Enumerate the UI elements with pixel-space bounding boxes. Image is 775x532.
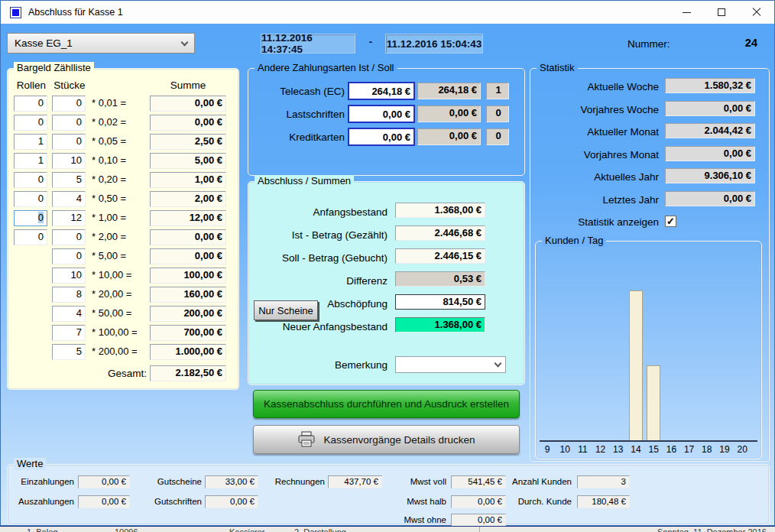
werte-label: Mwst halb: [375, 495, 446, 506]
kunden-tag-chart: Kunden / Tag 91011121314151617181920: [535, 241, 762, 459]
bargeld-row: 00* 0,02 =0,00 €: [8, 114, 238, 133]
statistik-label: Aktuelles Jahr: [530, 171, 659, 183]
summen-value: 1.368,00 €: [395, 203, 485, 218]
denomination-label: * 0,01 =: [92, 97, 153, 109]
ist-input[interactable]: 0,00 €: [348, 128, 415, 146]
bargeld-row: 04* 0,50 =2,00 €: [8, 190, 238, 209]
stuecke-input[interactable]: 0: [52, 134, 86, 150]
gesamt-row: Gesamt: 2.182,50 €: [8, 365, 238, 384]
ist-input[interactable]: 264,18 €: [348, 82, 415, 100]
statistik-row: Vorjahres Woche0,00 €: [530, 99, 769, 122]
werte-value: 33,00 €: [205, 475, 258, 488]
kasse-select-value: Kasse EG_1: [15, 37, 182, 49]
bargeld-panel: Bargeld Zählliste Rollen Stücke Summe 00…: [7, 68, 239, 390]
summen-value: 2.446,68 €: [395, 225, 485, 241]
stuecke-input[interactable]: 8: [52, 287, 86, 303]
stuecke-input[interactable]: 7: [52, 325, 86, 341]
zahlungsarten-panel: Andere Zahlungsarten Ist / Soll Telecash…: [248, 68, 525, 176]
denomination-label: * 200,00 =: [92, 345, 153, 357]
rollen-input[interactable]: 0: [14, 210, 47, 226]
zahlungsart-row: Lastschriften0,00 €0,00 €0: [248, 104, 524, 127]
stuecke-input[interactable]: 4: [52, 306, 86, 322]
minimize-button[interactable]: [669, 1, 704, 24]
bargeld-row: 110* 0,10 =5,00 €: [8, 152, 238, 171]
summe-value: 160,00 €: [150, 287, 226, 303]
rollen-input[interactable]: 1: [14, 134, 47, 150]
summe-value: 700,00 €: [150, 325, 226, 341]
statistik-row: Letztes Jahr0,00 €: [530, 190, 769, 212]
anzahl-value: 1: [486, 83, 509, 99]
denomination-label: * 0,10 =: [92, 154, 153, 166]
anzahl-value: 0: [486, 105, 509, 122]
underlying-status-date: Sonntag, 11. Dezember 2016: [657, 527, 767, 532]
werte-label: Durch. Kunde: [497, 495, 572, 506]
werte-value: 3: [577, 475, 630, 488]
stuecke-input[interactable]: 0: [52, 96, 86, 112]
col-header-summe: Summe: [150, 79, 226, 91]
rollen-input[interactable]: 1: [14, 153, 47, 169]
stuecke-input[interactable]: 4: [52, 191, 86, 207]
col-header-rollen: Rollen: [14, 79, 49, 91]
chart-x-tick: 10: [557, 444, 572, 455]
rollen-input[interactable]: 0: [14, 96, 47, 112]
summe-value: 5,00 €: [150, 153, 226, 169]
chart-x-tick: 15: [646, 444, 661, 455]
denomination-label: * 10,00 =: [92, 269, 153, 281]
denomination-label: * 5,00 =: [92, 250, 153, 261]
summen-value: 1.368,00 €: [395, 317, 485, 332]
bargeld-row: 4* 50,00 =200,00 €: [8, 305, 238, 324]
werte-value: 0,00 €: [451, 514, 506, 527]
kasse-select[interactable]: Kasse EG_1: [7, 33, 195, 54]
summe-value: 0,00 €: [150, 248, 226, 264]
dialog-window: Abschluss für Kasse 1 Kasse EG_1 11.12.2…: [0, 0, 775, 526]
statistik-anzeigen-row: Statistik anzeigen ✓: [530, 214, 769, 231]
details-drucken-button[interactable]: Kassenvorgänge Details drucken: [253, 425, 520, 454]
chart-x-tick: 11: [575, 444, 590, 455]
stuecke-input[interactable]: 5: [52, 344, 86, 360]
rollen-input[interactable]: 0: [14, 172, 47, 188]
stuecke-input[interactable]: 10: [52, 153, 86, 169]
nummer-value: 24: [712, 37, 757, 49]
bargeld-row: 5* 200,00 =1.000,00 €: [8, 343, 238, 362]
werte-value: 0,00 €: [205, 495, 258, 508]
werte-panel-title: Werte: [14, 458, 46, 470]
ist-input[interactable]: 0,00 €: [348, 105, 415, 123]
statistik-label: Vorjahres Monat: [530, 149, 659, 161]
stuecke-input[interactable]: 10: [52, 268, 86, 284]
stuecke-input[interactable]: 0: [52, 229, 86, 245]
stuecke-input[interactable]: 0: [52, 248, 86, 264]
kassenabschluss-button[interactable]: Kassenabschluss durchführen und Ausdruck…: [253, 390, 520, 418]
stuecke-input[interactable]: 5: [52, 172, 86, 188]
summe-value: 100,00 €: [150, 268, 226, 284]
zahlungsarten-rows: Telecash (EC)264,18 €264,18 €1Lastschrif…: [248, 81, 524, 150]
stuecke-input[interactable]: 0: [52, 115, 86, 131]
abschoepfung-input[interactable]: 814,50 €: [395, 294, 485, 310]
chart-x-tick: 14: [628, 444, 644, 455]
nur-scheine-button[interactable]: Nur Scheine: [254, 300, 318, 320]
rollen-input[interactable]: 0: [14, 229, 47, 245]
date-from-field: 11.12.2016 14:37:45: [261, 34, 355, 54]
statusbar-divider: [479, 527, 480, 532]
gesamt-value: 2.182,50 €: [150, 365, 226, 381]
werte-value: 180,48 €: [577, 495, 630, 508]
summe-value: 0,00 €: [150, 96, 226, 112]
stuecke-input[interactable]: 12: [52, 210, 86, 226]
statistik-label: Aktueller Monat: [530, 126, 659, 138]
denomination-label: * 50,00 =: [92, 307, 153, 319]
rollen-input[interactable]: 0: [14, 191, 47, 207]
denomination-label: * 0,05 =: [92, 135, 153, 147]
summe-value: 12,00 €: [150, 210, 226, 226]
rollen-input[interactable]: 0: [14, 115, 47, 131]
chart-x-tick: 18: [699, 444, 715, 455]
minimize-icon: [683, 12, 691, 13]
chart-x-tick: 20: [734, 444, 750, 455]
chevron-down-icon: [495, 360, 502, 368]
werte-label: Gutscheine: [130, 475, 202, 486]
summen-row: Soll - Betrag (Gebucht)2.446,15 €: [248, 248, 524, 271]
close-button[interactable]: [739, 1, 774, 24]
bemerkung-select[interactable]: [395, 356, 506, 373]
bargeld-panel-title: Bargeld Zählliste: [14, 62, 94, 74]
statistik-anzeigen-checkbox[interactable]: ✓: [665, 216, 676, 227]
maximize-button[interactable]: [704, 1, 739, 24]
werte-label: Rechnungen: [252, 475, 325, 486]
